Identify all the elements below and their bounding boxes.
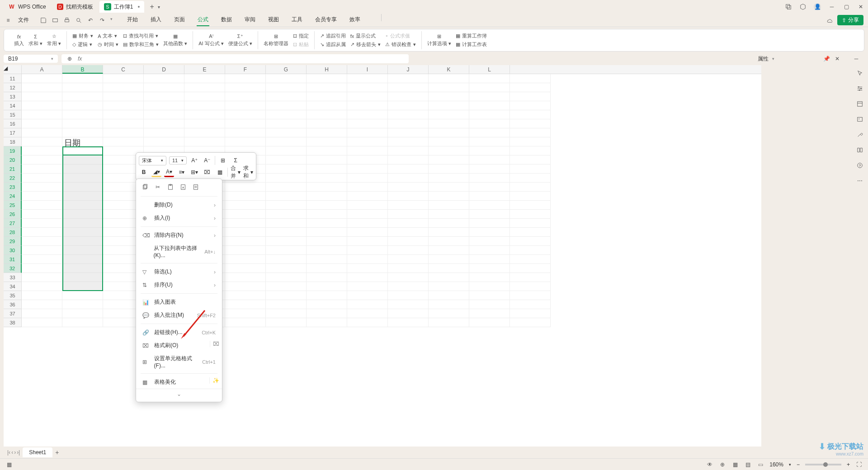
row-24[interactable]: 24 xyxy=(4,192,22,201)
col-G[interactable]: G xyxy=(266,65,307,74)
print-icon[interactable] xyxy=(63,17,71,24)
ribbon-recalc[interactable]: ▦ 重算工作簿 xyxy=(456,33,487,39)
col-K[interactable]: K xyxy=(429,65,469,74)
save-icon[interactable] xyxy=(40,17,47,24)
formula-bar[interactable]: ⊕ fx xyxy=(61,54,409,63)
user-avatar-icon[interactable]: 👤 xyxy=(814,3,821,10)
ctx-comment[interactable]: 💬插入批注(M)Shift+F2 xyxy=(136,309,222,322)
ribbon-common[interactable]: ☆常用 ▾ xyxy=(47,33,61,47)
row-29[interactable]: 29 xyxy=(4,237,22,246)
zoom-slider[interactable] xyxy=(805,464,841,465)
tab-efficiency[interactable]: 效率 xyxy=(349,14,361,26)
format-table-icon[interactable]: ▦ xyxy=(215,167,225,177)
ribbon-name-mgr[interactable]: ⊞名称管理器 xyxy=(264,33,288,47)
ribbon-show-formula[interactable]: fx 显示公式 xyxy=(350,33,381,39)
ribbon-calc-sheet[interactable]: ▦ 计算工作表 xyxy=(456,41,487,48)
ctx-clear[interactable]: ⌫清除内容(N)› xyxy=(136,229,222,242)
ctx-hyperlink[interactable]: 🔗超链接(H)...Ctrl+K xyxy=(136,326,222,339)
ribbon-error-check[interactable]: ⚠ 错误检查 ▾ xyxy=(385,41,416,48)
row-18[interactable]: 18 xyxy=(4,137,22,146)
row-37[interactable]: 37 xyxy=(4,309,22,318)
settings-sliders-icon[interactable] xyxy=(856,85,863,92)
zoom-out-icon[interactable]: − xyxy=(797,461,800,468)
redo-icon[interactable]: ↷ xyxy=(99,17,106,24)
zoom-dropdown-icon[interactable]: ▾ xyxy=(789,462,791,467)
tab-templates[interactable]: D 找稻壳模板 xyxy=(52,1,98,13)
col-D[interactable]: D xyxy=(144,65,184,74)
close-panel-icon[interactable]: ✕ xyxy=(834,55,841,62)
tab-menu-icon[interactable]: ▾ xyxy=(158,5,160,9)
row-26[interactable]: 26 xyxy=(4,210,22,219)
props-dropdown-icon[interactable]: ▾ xyxy=(772,56,774,61)
ribbon-lookup[interactable]: ⊡ 查找与引用 ▾ xyxy=(123,33,159,39)
ribbon-quick-formula[interactable]: Σ⁺便捷公式 ▾ xyxy=(228,33,252,47)
beautify-side-icon[interactable]: ✨ xyxy=(209,377,219,384)
tab-add-icon[interactable]: + xyxy=(150,3,154,11)
view-normal-icon[interactable]: ▦ xyxy=(731,461,739,468)
row-23[interactable]: 23 xyxy=(4,183,22,192)
paste-text-icon[interactable]: A xyxy=(179,183,187,191)
merge-button[interactable]: 合并▾ xyxy=(231,167,241,177)
more-icon[interactable]: ⋯ xyxy=(856,177,863,184)
col-I[interactable]: I xyxy=(347,65,388,74)
col-B[interactable]: B xyxy=(62,65,103,74)
ctx-beautify[interactable]: ▦表格美化✨ xyxy=(136,376,222,389)
name-box[interactable]: B19 ▾ xyxy=(4,55,58,63)
tab-wps[interactable]: W WPS Office xyxy=(4,1,51,13)
row-15[interactable]: 15 xyxy=(4,110,22,119)
ctx-delete[interactable]: 删除(D)› xyxy=(136,198,222,212)
ribbon-math[interactable]: ▤ 数学和三角 ▾ xyxy=(123,41,159,48)
tab-workbook[interactable]: S 工作簿1 • xyxy=(99,1,145,13)
collapse-icon[interactable]: ─ xyxy=(853,55,860,62)
row-11[interactable]: 11 xyxy=(4,74,22,83)
sheet-first-icon[interactable]: |‹ xyxy=(7,449,10,456)
autosum-icon[interactable]: Σ xyxy=(231,155,241,165)
row-38[interactable]: 38 xyxy=(4,318,22,327)
eye-icon[interactable]: 👁 xyxy=(706,461,713,468)
ctx-expand[interactable]: ⌄ xyxy=(136,389,222,399)
row-30[interactable]: 30 xyxy=(4,246,22,255)
close-icon[interactable]: ✕ xyxy=(857,3,864,10)
find-icon[interactable] xyxy=(75,17,82,24)
row-12[interactable]: 12 xyxy=(4,83,22,92)
tab-start[interactable]: 开始 xyxy=(126,14,139,26)
center-icon[interactable]: ⊕ xyxy=(719,461,726,468)
undo-icon[interactable]: ↶ xyxy=(87,17,94,24)
row-33[interactable]: 33 xyxy=(4,273,22,282)
row-31[interactable]: 31 xyxy=(4,255,22,264)
spreadsheet-grid[interactable]: ◢ A B C D E F G H I J K L 11121314151617… xyxy=(4,65,761,458)
maximize-icon[interactable]: ▢ xyxy=(843,3,850,10)
ribbon-ai-formula[interactable]: AᴵAI 写公式 ▾ xyxy=(198,33,224,47)
ribbon-time[interactable]: ◷ 时间 ▾ xyxy=(98,41,118,48)
merge-icon[interactable]: ⊞ xyxy=(218,155,228,165)
ribbon-insert-fn[interactable]: fx插入 xyxy=(14,34,24,47)
cloud-icon[interactable] xyxy=(826,17,833,24)
gallery-icon[interactable] xyxy=(856,116,863,123)
book-icon[interactable] xyxy=(856,146,863,154)
col-E[interactable]: E xyxy=(184,65,225,74)
ctx-format-cells[interactable]: ⊞设置单元格格式(F)...Ctrl+1 xyxy=(136,352,222,371)
row-14[interactable]: 14 xyxy=(4,101,22,110)
tab-view[interactable]: 视图 xyxy=(267,14,280,26)
size-select[interactable]: 11▾ xyxy=(169,156,187,164)
col-F[interactable]: F xyxy=(225,65,266,74)
paste-icon[interactable] xyxy=(167,183,174,191)
border-icon[interactable]: ⊞▾ xyxy=(189,167,199,177)
col-H[interactable]: H xyxy=(307,65,347,74)
window-detach-icon[interactable] xyxy=(785,3,792,10)
ribbon-specify[interactable]: ⊡ 指定 xyxy=(293,33,309,39)
props-label[interactable]: 属性 xyxy=(758,55,769,63)
row-32[interactable]: 32 xyxy=(4,264,22,273)
ribbon-finance[interactable]: ▦ 财务 ▾ xyxy=(72,33,93,39)
share-button[interactable]: ⇧ 分享 xyxy=(837,15,863,25)
tab-tools[interactable]: 工具 xyxy=(291,14,303,26)
ribbon-trace-ref[interactable]: ↗ 追踪引用 xyxy=(320,33,346,39)
row-21[interactable]: 21 xyxy=(4,164,22,174)
ribbon-logic[interactable]: ◇ 逻辑 ▾ xyxy=(72,41,93,48)
fullscreen-icon[interactable]: ⛶ xyxy=(855,461,863,468)
sheet-next-icon[interactable]: › xyxy=(14,449,16,456)
sheet-tab[interactable]: Sheet1 xyxy=(23,447,52,457)
tab-insert[interactable]: 插入 xyxy=(150,14,162,26)
format-painter-side-icon[interactable]: ⌧ xyxy=(210,341,219,347)
col-A[interactable]: A xyxy=(22,65,62,74)
